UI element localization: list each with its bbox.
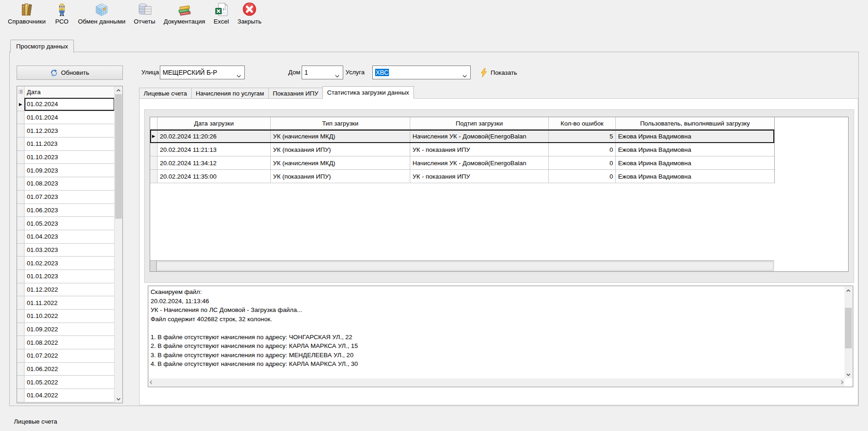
refresh-button[interactable]: Обновить (17, 66, 123, 80)
toolbar-button-excel[interactable]: Excel (209, 1, 233, 26)
house-label: Дом (288, 69, 300, 76)
toolbar-label: Отчеты (134, 18, 156, 25)
scroll-right-icon[interactable] (841, 379, 844, 386)
toolbar-label: РСО (55, 18, 68, 25)
load-log-textbox[interactable]: Сканируем файл: 20.02.2024, 11:13:46 УК … (148, 286, 853, 387)
toolbar-label: Справочники (8, 18, 46, 25)
toolbar-button-data-exchange[interactable]: Обмен данными (74, 1, 130, 26)
scrollbar-thumb[interactable] (115, 94, 122, 219)
date-row[interactable]: 01.12.2023 (17, 124, 115, 138)
table-horizontal-scrollbar[interactable] (150, 260, 774, 271)
log-line: Сканируем файл: (151, 287, 843, 297)
date-row[interactable]: 01.05.2022 (17, 376, 115, 389)
date-row[interactable]: 01.05.2023 (17, 217, 115, 230)
table-row[interactable]: 20.02.2024 11:35:00 УК (показания ИПУ) У… (150, 170, 774, 183)
date-row[interactable]: 01.02.2023 (17, 257, 115, 270)
log-vertical-scrollbar[interactable] (844, 287, 852, 378)
column-header[interactable]: Подтип загрузки (410, 117, 549, 130)
show-button[interactable]: Показать (479, 66, 519, 78)
street-select[interactable]: МЕЩЕРСКИЙ Б-Р (160, 66, 245, 79)
street-value: МЕЩЕРСКИЙ Б-Р (163, 69, 217, 76)
street-label: Улица (141, 69, 159, 76)
column-header[interactable]: Кол-во ошибок (549, 117, 616, 130)
date-row[interactable]: 01.06.2022 (17, 363, 115, 376)
log-line: 1. В файле отсутствуют начисления по адр… (151, 333, 843, 342)
scroll-down-icon[interactable] (844, 371, 852, 378)
tab-label: Просмотр данных (16, 43, 68, 50)
refresh-icon (50, 69, 58, 77)
grid-corner-cell[interactable] (17, 86, 24, 98)
row-selector-marker: ▶ (17, 98, 24, 111)
toolbar: Справочники РСО (4, 1, 266, 28)
table-row[interactable]: 20.02.2024 11:34:12 УК (начисления МКД) … (150, 156, 774, 170)
column-header[interactable]: Тип загрузки (271, 117, 410, 130)
content-tab-strip: Лицевые счета Начисления по услугам Пока… (139, 87, 413, 99)
date-row[interactable]: 01.11.2022 (17, 296, 115, 310)
excel-icon (213, 2, 229, 18)
toolbar-button-reports[interactable]: Отчеты (130, 1, 160, 26)
chevron-down-icon (462, 72, 467, 79)
dates-grid-header: Дата (17, 86, 122, 98)
toolbar-button-rso[interactable]: РСО (50, 1, 74, 26)
date-row[interactable]: 01.07.2022 (17, 349, 115, 363)
house-select[interactable]: 1 (302, 66, 343, 79)
dates-rows: ▶01.02.2024 01.01.2024 01.12.2023 01.11.… (17, 98, 115, 403)
scrollbar-thumb[interactable] (845, 308, 852, 348)
date-row[interactable]: ▶01.02.2024 (17, 98, 115, 111)
date-row[interactable]: 01.07.2023 (17, 191, 115, 204)
column-header[interactable]: Пользователь, выполнявший загрузку (616, 117, 774, 130)
date-row[interactable]: 01.01.2024 (17, 111, 115, 125)
log-line: УК - Начисления по ЛС Домовой - Загрузка… (151, 305, 843, 315)
tab-personal-accounts[interactable]: Лицевые счета (139, 88, 192, 99)
tab-service-charges[interactable]: Начисления по услугам (191, 88, 269, 99)
chevron-down-icon (335, 72, 340, 79)
date-row[interactable]: 01.09.2022 (17, 323, 115, 336)
service-select[interactable]: ХВС (372, 66, 471, 79)
log-line: 2. В файле отсутствуют начисления по адр… (151, 341, 843, 351)
dates-column-header[interactable]: Дата (24, 86, 122, 98)
toolbar-button-documentation[interactable]: Документация (159, 1, 209, 26)
minion-icon (54, 2, 70, 18)
log-horizontal-scrollbar[interactable] (149, 378, 844, 386)
date-row[interactable]: 01.10.2022 (17, 310, 115, 323)
dates-grid: Дата ▶01.02.2024 01.01.2024 01.12.2023 0… (17, 86, 123, 403)
scroll-up-icon[interactable] (844, 287, 852, 294)
date-row[interactable]: 01.08.2022 (17, 336, 115, 349)
log-line: 20.02.2024, 11:13:46 (151, 297, 843, 306)
scroll-left-icon[interactable] (150, 379, 152, 386)
footer-section-label: Лицевые счета (14, 418, 57, 425)
date-row[interactable]: 01.01.2023 (17, 270, 115, 283)
scroll-up-icon[interactable] (115, 86, 122, 94)
tab-meter-readings[interactable]: Показания ИПУ (268, 88, 323, 99)
scroll-down-icon[interactable] (115, 395, 122, 403)
refresh-button-label: Обновить (61, 69, 89, 76)
date-row[interactable]: 01.08.2023 (17, 177, 115, 191)
toolbar-label: Документация (164, 18, 205, 25)
dates-scrollbar[interactable] (114, 86, 122, 403)
date-row[interactable]: 01.04.2022 (17, 389, 115, 402)
row-selector-marker: ▶ (150, 130, 158, 143)
books-icon (19, 2, 35, 18)
toolbar-label: Excel (214, 18, 229, 25)
date-row[interactable]: 01.12.2022 (17, 283, 115, 297)
house-value: 1 (304, 69, 308, 76)
date-row[interactable]: 01.06.2023 (17, 204, 115, 217)
log-line (151, 323, 843, 333)
main-panel: Обновить Улица МЕЩЕРСКИЙ Б-Р Дом 1 Услуг… (9, 52, 859, 406)
date-row[interactable]: 01.11.2023 (17, 138, 115, 151)
date-row[interactable]: 01.10.2023 (17, 151, 115, 164)
tab-data-view[interactable]: Просмотр данных (10, 40, 74, 53)
date-row[interactable]: 01.09.2023 (17, 164, 115, 177)
toolbar-label: Обмен данными (78, 18, 126, 25)
table-row[interactable]: ▶ 20.02.2024 11:20:26 УК (начисления МКД… (150, 130, 774, 143)
tab-load-statistics[interactable]: Статистика загрузки данных (322, 86, 414, 99)
toolbar-button-close[interactable]: Закрыть (233, 1, 266, 26)
column-header[interactable]: Дата загрузки (158, 117, 271, 130)
cube-icon (94, 2, 109, 18)
toolbar-button-directories[interactable]: Справочники (4, 1, 50, 26)
table-row[interactable]: 20.02.2024 11:21:13 УК (показания ИПУ) У… (150, 143, 774, 156)
list-icon (18, 89, 23, 96)
date-row[interactable]: 01.03.2023 (17, 244, 115, 257)
date-row[interactable]: 01.04.2023 (17, 230, 115, 244)
log-text: Сканируем файл: 20.02.2024, 11:13:46 УК … (151, 287, 843, 377)
